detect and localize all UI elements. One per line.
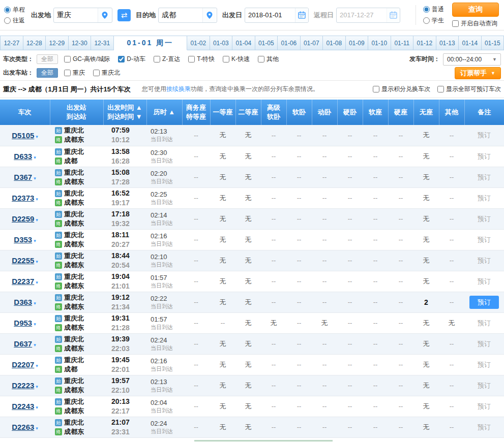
date-tab[interactable]: 01-12 bbox=[413, 36, 436, 50]
depart-time-select[interactable]: 00:00--24:00 ▼ bbox=[443, 53, 501, 66]
expand-caret-icon[interactable]: ▾ bbox=[34, 322, 36, 327]
date-tab[interactable]: 01-08 bbox=[323, 36, 346, 50]
to-input[interactable] bbox=[159, 8, 202, 22]
expand-caret-icon[interactable]: ▾ bbox=[34, 238, 36, 243]
return-calendar-icon[interactable] bbox=[387, 8, 400, 22]
train-number-link[interactable]: D953 bbox=[14, 319, 32, 327]
auto-query-checkbox-input[interactable] bbox=[452, 20, 459, 27]
train-type-checkbox[interactable]: D-动车 bbox=[118, 55, 145, 64]
train-type-checkbox-input[interactable] bbox=[118, 56, 125, 62]
column-header: 商务座特等座 bbox=[182, 100, 210, 125]
train-number-link[interactable]: D2373 bbox=[12, 194, 34, 202]
to-pin-icon[interactable] bbox=[202, 8, 216, 22]
return-date-input[interactable] bbox=[337, 8, 387, 22]
expand-caret-icon[interactable]: ▾ bbox=[36, 363, 38, 368]
date-tab[interactable]: 01-07 bbox=[301, 36, 323, 50]
date-tab[interactable]: 01-06 bbox=[278, 36, 301, 50]
expand-caret-icon[interactable]: ▾ bbox=[36, 280, 38, 285]
expand-caret-icon[interactable]: ▾ bbox=[36, 197, 38, 202]
train-number-link[interactable]: D363 bbox=[14, 298, 32, 306]
train-number-link[interactable]: D5105 bbox=[12, 131, 34, 140]
show-all-bookable-checkbox-input[interactable] bbox=[437, 86, 444, 92]
date-tab[interactable]: 12-31 bbox=[91, 36, 114, 50]
booking-helper-button[interactable]: 订票帮手▼ bbox=[455, 67, 501, 79]
student-radio-input[interactable] bbox=[423, 17, 430, 24]
auto-query-checkbox[interactable]: 开启自动查询 bbox=[452, 19, 497, 28]
seat-availability: -- bbox=[286, 354, 312, 375]
one-way-radio[interactable]: 单程 bbox=[4, 6, 25, 14]
train-number-link[interactable]: D633 bbox=[14, 152, 32, 161]
train-type-checkbox[interactable]: 其他 bbox=[258, 55, 279, 64]
date-tab[interactable]: 01-13 bbox=[436, 36, 459, 50]
normal-passenger-radio[interactable]: 普通 bbox=[423, 5, 444, 14]
show-points-checkbox-input[interactable] bbox=[373, 86, 379, 92]
train-number-link[interactable]: D2223 bbox=[12, 381, 34, 390]
expand-caret-icon[interactable]: ▾ bbox=[34, 301, 36, 306]
date-tab[interactable]: 01-14 bbox=[459, 36, 482, 50]
swap-stations-icon[interactable]: ⇄ bbox=[117, 9, 131, 21]
date-tab[interactable]: 01-10 bbox=[368, 36, 391, 50]
one-way-radio-input[interactable] bbox=[4, 7, 11, 13]
expand-caret-icon[interactable]: ▾ bbox=[36, 217, 38, 223]
train-type-checkbox[interactable]: K-快速 bbox=[223, 55, 250, 64]
date-tab[interactable]: 01-15 bbox=[482, 36, 504, 50]
book-button[interactable]: 预订 bbox=[469, 296, 499, 309]
column-header[interactable]: 历时 ▲ bbox=[146, 100, 182, 125]
from-input[interactable] bbox=[54, 8, 98, 22]
expand-caret-icon[interactable]: ▾ bbox=[36, 134, 38, 139]
student-passenger-radio[interactable]: 学生 bbox=[423, 16, 444, 25]
train-number-link[interactable]: D367 bbox=[14, 173, 32, 181]
round-trip-radio-input[interactable] bbox=[4, 17, 11, 24]
depart-station-checkbox[interactable]: 重庆 bbox=[64, 69, 85, 77]
train-number-link[interactable]: D2255 bbox=[12, 256, 34, 265]
date-tab[interactable]: 12-28 bbox=[23, 36, 46, 50]
expand-caret-icon[interactable]: ▾ bbox=[36, 259, 38, 264]
from-pin-icon[interactable] bbox=[98, 8, 111, 22]
normal-radio-input[interactable] bbox=[423, 6, 430, 13]
expand-caret-icon[interactable]: ▾ bbox=[34, 176, 36, 181]
train-type-checkbox-input[interactable] bbox=[188, 56, 195, 62]
query-button[interactable]: 查询 bbox=[452, 3, 499, 17]
train-number-link[interactable]: D2207 bbox=[12, 360, 34, 369]
date-tab[interactable]: 12-27 bbox=[0, 36, 23, 50]
train-type-checkbox[interactable]: GC-高铁/城际 bbox=[64, 55, 110, 64]
expand-caret-icon[interactable]: ▾ bbox=[34, 342, 36, 348]
train-number-link[interactable]: D2259 bbox=[12, 214, 34, 223]
round-trip-radio[interactable]: 往返 bbox=[4, 16, 25, 25]
train-number-link[interactable]: D2263 bbox=[12, 423, 34, 431]
date-tab[interactable]: 01-04 bbox=[232, 36, 255, 50]
train-type-checkbox-input[interactable] bbox=[223, 56, 229, 62]
train-number-link[interactable]: D637 bbox=[14, 339, 32, 348]
depart-station-checkbox-input[interactable] bbox=[64, 70, 71, 76]
expand-caret-icon[interactable]: ▾ bbox=[36, 405, 38, 410]
date-tab[interactable]: 01-03 bbox=[210, 36, 233, 50]
depart-station-all-button[interactable]: 全部 bbox=[37, 68, 58, 78]
train-type-all-button[interactable]: 全部 bbox=[37, 54, 58, 64]
show-all-bookable-checkbox[interactable]: 显示全部可预订车次 bbox=[437, 85, 501, 93]
date-tab[interactable]: 01-09 bbox=[346, 36, 369, 50]
depart-station-checkbox-input[interactable] bbox=[93, 70, 100, 76]
column-header[interactable]: 出发时间 ▲到达时间 ▼ bbox=[103, 100, 146, 125]
depart-date-input[interactable] bbox=[245, 8, 295, 22]
transfer-link[interactable]: 接续换乘 bbox=[166, 85, 191, 92]
show-points-checkbox[interactable]: 显示积分兑换车次 bbox=[373, 85, 430, 93]
train-type-checkbox-input[interactable] bbox=[64, 56, 71, 62]
train-number-link[interactable]: D2237 bbox=[12, 277, 34, 286]
date-tab[interactable]: 01-01 周一 bbox=[114, 36, 188, 50]
expand-caret-icon[interactable]: ▾ bbox=[36, 384, 38, 389]
expand-caret-icon[interactable]: ▾ bbox=[36, 426, 38, 431]
date-tab[interactable]: 01-05 bbox=[255, 36, 278, 50]
train-number-link[interactable]: D353 bbox=[14, 235, 32, 244]
train-type-checkbox[interactable]: Z-直达 bbox=[154, 55, 180, 64]
train-type-checkbox-input[interactable] bbox=[154, 56, 160, 62]
depart-station-checkbox[interactable]: 重庆北 bbox=[93, 69, 120, 77]
train-type-checkbox-input[interactable] bbox=[258, 56, 264, 62]
date-tab[interactable]: 12-30 bbox=[69, 36, 92, 50]
train-number-link[interactable]: D2243 bbox=[12, 402, 34, 411]
expand-caret-icon[interactable]: ▾ bbox=[34, 155, 36, 160]
date-tab[interactable]: 12-29 bbox=[46, 36, 69, 50]
depart-calendar-icon[interactable] bbox=[295, 8, 308, 22]
date-tab[interactable]: 01-02 bbox=[187, 36, 210, 50]
date-tab[interactable]: 01-11 bbox=[391, 36, 414, 50]
train-type-checkbox[interactable]: T-特快 bbox=[188, 55, 215, 64]
